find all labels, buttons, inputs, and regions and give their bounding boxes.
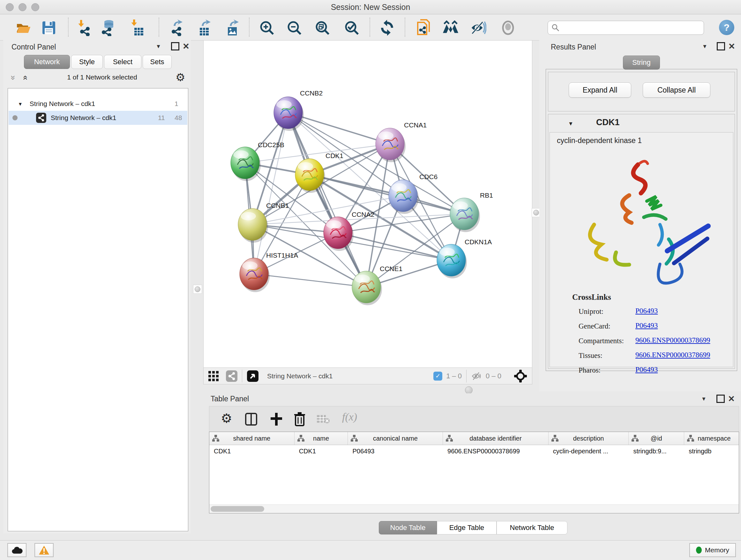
cell-shared-name[interactable]: CDK1 [209, 445, 294, 457]
show-eye-icon [501, 20, 515, 35]
bottom-splitter-handle[interactable] [465, 386, 473, 394]
import-network-button[interactable] [76, 19, 92, 36]
network-node-CDC6[interactable]: CDC6 [389, 173, 437, 214]
network-edge-CCNB2-CCNE1[interactable] [288, 113, 366, 287]
network-collection-row[interactable]: ▼ String Network – cdk1 1 [9, 97, 187, 111]
annotation-mode-button[interactable] [415, 19, 431, 36]
warnings-button[interactable] [35, 543, 54, 557]
search-text-field[interactable] [560, 23, 698, 32]
string-view-icon[interactable] [226, 370, 238, 382]
left-splitter-handle[interactable] [193, 285, 202, 294]
table-row[interactable]: CDK1 CDK1 P06493 9606.ENSP00000378699 cy… [209, 445, 739, 457]
control-panel-float-icon[interactable] [171, 42, 179, 51]
column-selector-icon[interactable] [245, 413, 257, 426]
cell-id[interactable]: stringdb:9... [629, 445, 684, 457]
export-image-button[interactable] [224, 19, 240, 36]
memory-button[interactable]: Memory [689, 543, 736, 557]
fit-selected-crosshair-icon[interactable] [514, 370, 527, 382]
grid-mode-icon[interactable] [208, 371, 219, 381]
network-node-HIST1H1A[interactable]: HIST1H1A [240, 252, 298, 292]
apply-layout-button[interactable] [379, 19, 395, 36]
network-view-canvas[interactable]: CCNB2CCNA1CDC25BCDK1CDC6RB1CCNB1CCNA2CDK… [203, 40, 532, 368]
save-session-button[interactable] [41, 19, 57, 36]
collapse-all-button[interactable]: Collapse All [643, 82, 711, 98]
column-header-name[interactable]: name [294, 432, 348, 445]
zoom-out-button[interactable] [286, 19, 302, 36]
results-panel-close-icon[interactable]: ✕ [728, 42, 735, 51]
hidden-eye-slash-icon[interactable] [471, 372, 482, 381]
control-panel-menu-arrow-icon[interactable]: ▼ [156, 44, 161, 50]
network-edge-HIST1H1A-CCNE1[interactable] [254, 274, 366, 287]
tab-network-table[interactable]: Network Table [496, 521, 567, 535]
export-table-button[interactable] [196, 19, 212, 36]
network-node-CCNB2[interactable]: CCNB2 [274, 89, 323, 131]
search-input[interactable] [548, 21, 704, 35]
cell-name[interactable]: CDK1 [294, 445, 348, 457]
birds-eye-view-button[interactable] [442, 19, 459, 36]
open-session-button[interactable] [15, 19, 31, 36]
network-row[interactable]: String Network – cdk1 11 48 [9, 111, 187, 125]
import-network-from-database-button[interactable] [99, 19, 116, 36]
cell-namespace[interactable]: stringdb [684, 445, 739, 457]
table-settings-gear-icon[interactable]: ⚙ [221, 411, 232, 426]
cell-database-identifier[interactable]: 9606.ENSP00000378699 [443, 445, 549, 457]
expand-all-networks-icon[interactable]: » [20, 75, 30, 80]
network-edge-CCNB2-HIST1H1A[interactable] [254, 113, 288, 274]
import-table-button[interactable] [130, 19, 146, 36]
selected-checkbox[interactable]: ✓ [433, 372, 442, 381]
add-column-icon[interactable] [270, 412, 283, 426]
zoom-selected-button[interactable] [343, 19, 360, 36]
column-type-icon [350, 435, 358, 442]
network-node-CDKN1A[interactable]: CDKN1A [437, 238, 492, 278]
crosslink-compartments-link[interactable]: 9606.ENSP00000378699 [635, 336, 711, 345]
crosslink-uniprot-link[interactable]: P06493 [635, 307, 658, 315]
crosslink-pharos-link[interactable]: P06493 [635, 366, 658, 374]
network-node-RB1[interactable]: RB1 [450, 192, 493, 232]
tab-network[interactable]: Network [24, 55, 70, 69]
collection-expand-arrow-icon[interactable]: ▼ [18, 101, 23, 107]
table-panel-menu-arrow-icon[interactable]: ▼ [701, 396, 706, 402]
hide-graphics-details-button[interactable] [470, 19, 486, 36]
column-header-description[interactable]: description [549, 432, 629, 445]
show-graphics-details-button[interactable] [500, 19, 516, 36]
column-header-namespace[interactable]: namespace [684, 432, 739, 445]
network-edge-CDK1-RB1[interactable] [310, 175, 464, 214]
graphics-details-icon[interactable] [247, 370, 259, 382]
column-header-canonical-name[interactable]: canonical name [348, 432, 443, 445]
expand-all-button[interactable]: Expand All [569, 82, 631, 98]
network-node-CCNA1[interactable]: CCNA1 [376, 121, 427, 162]
zoom-in-button[interactable] [259, 19, 275, 36]
collapse-all-networks-icon[interactable]: » [8, 75, 18, 80]
network-node-CDC25B[interactable]: CDC25B [231, 141, 284, 181]
column-header-shared-name[interactable]: shared name [209, 432, 294, 445]
tab-sets[interactable]: Sets [143, 55, 172, 69]
zoom-fit-button[interactable] [314, 19, 331, 36]
table-panel-float-icon[interactable] [717, 395, 725, 403]
control-panel-close-icon[interactable]: ✕ [183, 42, 190, 51]
crosslink-tissues-link[interactable]: 9606.ENSP00000378699 [635, 351, 711, 359]
network-options-gear-icon[interactable]: ⚙ [176, 71, 185, 84]
help-button[interactable]: ? [719, 20, 734, 35]
network-node-CDK1[interactable]: CDK1 [295, 152, 343, 193]
table-panel-close-icon[interactable]: ✕ [728, 394, 735, 404]
delete-column-trash-icon[interactable] [293, 412, 306, 426]
tab-select[interactable]: Select [104, 55, 141, 69]
cell-canonical-name[interactable]: P06493 [348, 445, 443, 457]
tab-edge-table[interactable]: Edge Table [437, 521, 496, 535]
tab-string-results[interactable]: String [623, 56, 660, 70]
gene-expand-arrow-icon[interactable]: ▼ [568, 121, 574, 127]
column-header-id[interactable]: @id [629, 432, 684, 445]
results-panel-menu-arrow-icon[interactable]: ▼ [702, 44, 708, 50]
cloud-status-button[interactable] [7, 543, 26, 557]
column-header-database-identifier[interactable]: database identifier [443, 432, 549, 445]
export-network-button[interactable] [167, 19, 184, 36]
crosslink-genecard-link[interactable]: P06493 [635, 321, 658, 330]
table-horizontal-scrollbar[interactable] [209, 504, 739, 513]
results-panel-float-icon[interactable] [717, 42, 725, 51]
scrollbar-thumb[interactable] [211, 506, 264, 512]
tab-node-table[interactable]: Node Table [379, 521, 437, 535]
tab-style[interactable]: Style [71, 55, 103, 69]
network-node-CCNB1[interactable]: CCNB1 [238, 202, 289, 243]
cell-description[interactable]: cyclin-dependent ... [549, 445, 629, 457]
string-results-container: Expand All Collapse All ▼ CDK1 cyclin-de… [546, 69, 737, 371]
